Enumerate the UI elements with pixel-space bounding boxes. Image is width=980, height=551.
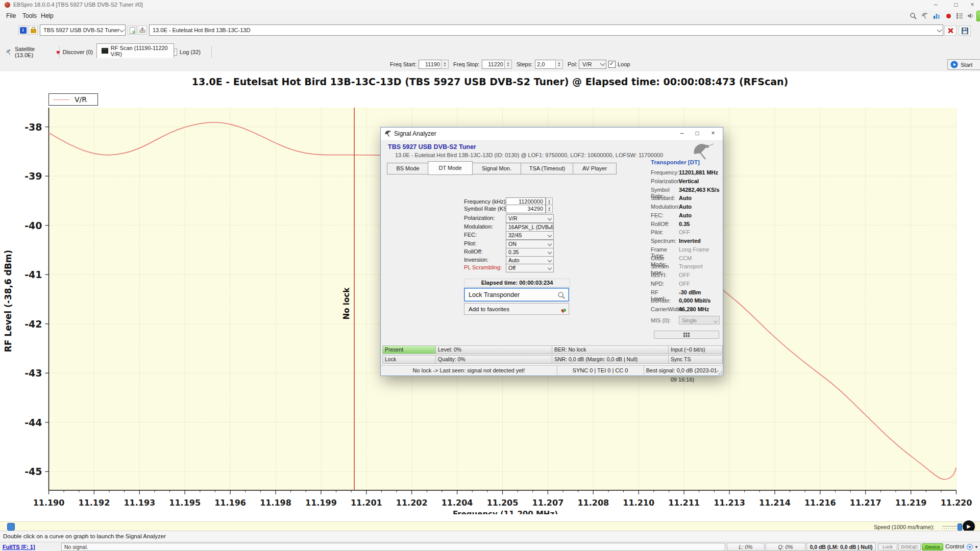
lock-button[interactable] — [29, 26, 38, 35]
freq-stop-input[interactable]: 11220 — [482, 60, 505, 69]
dialog-status-line: No lock -> Last seen: signal not detecte… — [381, 365, 722, 375]
select-input[interactable]: 0.35 — [506, 248, 554, 257]
tab-discover[interactable]: ♥ Discover (0) — [52, 46, 103, 58]
spin-input[interactable]: 34290▴▾ — [506, 205, 553, 213]
pol-select[interactable]: V/R — [579, 60, 606, 69]
field-label: PL Scrambling: — [464, 264, 502, 270]
transponder-label: FEC: — [651, 212, 664, 218]
x-tick-label: 11.195 — [169, 498, 201, 508]
x-tick-label: 11.205 — [487, 498, 519, 508]
select-value: Auto — [508, 257, 520, 263]
channel-name: 13.0E - Eutelsat Hot Bird 13B-13C-13D — [153, 27, 250, 33]
x-tick-label: 11.190 — [33, 498, 65, 508]
menu-help[interactable]: Help — [38, 11, 57, 20]
speed-slider-thumb[interactable] — [958, 523, 962, 531]
info-button[interactable]: i — [18, 26, 28, 35]
record-icon[interactable] — [943, 11, 954, 21]
speaker-icon[interactable] — [965, 11, 976, 21]
mis-label: MIS (0): — [651, 317, 671, 323]
spinner-buttons[interactable]: ▴▾ — [546, 205, 553, 213]
scan-icon — [102, 48, 108, 54]
scrollbar-thumb[interactable] — [7, 523, 15, 531]
x-tick-label: 11.211 — [668, 498, 700, 508]
x-tick-label: 11.219 — [895, 498, 927, 508]
satellite-dish-icon[interactable] — [919, 11, 930, 21]
dialog-tab-tsa[interactable]: TSA (Timeout) — [521, 163, 574, 174]
dialog-tab-signal-mon[interactable]: Signal Mon. — [472, 163, 522, 174]
select-input[interactable]: Off — [506, 264, 554, 272]
no-lock-label: No lock — [342, 287, 351, 319]
chart-icon[interactable] — [931, 11, 942, 21]
playlist-icon[interactable] — [954, 11, 965, 21]
device-button[interactable]: Device — [922, 543, 943, 550]
tab-rfscan[interactable]: RF Scan (11190-11220 V/R) — [96, 43, 174, 58]
transponder-value: Auto — [679, 195, 692, 201]
close-button[interactable]: × — [965, 0, 980, 10]
start-button[interactable]: Start — [947, 59, 980, 70]
satellite-dish-icon — [6, 49, 12, 56]
lock-transponder-button[interactable]: Lock Transponder — [464, 288, 569, 302]
close-button[interactable]: × — [705, 128, 721, 140]
best-signal: Best signal: 0,0 dB (2023-01-09 16:16) — [644, 366, 721, 375]
freq-start-spinner[interactable]: ▴▾ — [441, 60, 449, 69]
dialog-form-row: Pilot:ON — [381, 240, 595, 248]
select-input[interactable]: 16APSK_L (DVB-S2X — [506, 223, 554, 232]
lock-icon — [31, 29, 36, 33]
select-input[interactable]: 32/45 — [506, 231, 554, 240]
steps-input[interactable]: 2,0 — [535, 60, 556, 69]
dialog-form-row: Polarization:V/R — [381, 214, 595, 222]
select-value: ON — [508, 241, 517, 247]
freq-start-input[interactable]: 11190 — [419, 60, 442, 69]
y-tick-label: -39 — [24, 170, 42, 182]
diseqc-button[interactable]: DiSEqC — [898, 543, 921, 550]
status-cell: BER: No lock — [552, 345, 670, 354]
scroll-strip: Speed (1000 ms/frame): ▶ — [0, 521, 980, 531]
launch-icon[interactable] — [976, 11, 980, 22]
tab-label: Log (32) — [180, 49, 201, 55]
export-button[interactable] — [138, 26, 147, 35]
clear-button[interactable] — [944, 26, 957, 36]
chevron-down-icon — [548, 250, 552, 254]
select-input[interactable]: ON — [506, 240, 554, 248]
note-button[interactable] — [128, 26, 137, 35]
freq-stop-spinner[interactable]: ▴▾ — [504, 60, 512, 69]
dialog-tab-bs-mode[interactable]: BS Mode — [387, 163, 429, 174]
resize-grip[interactable] — [717, 369, 722, 375]
save-button[interactable] — [959, 26, 971, 36]
minimize-button[interactable]: – — [928, 0, 943, 10]
transponder-value: 0.35 — [679, 221, 690, 227]
maximize-button[interactable]: □ — [690, 128, 705, 140]
heart-icon: ♥ — [56, 49, 60, 55]
app-icon — [5, 2, 10, 8]
control-label[interactable]: Control — [945, 543, 964, 549]
mis-value: Single — [682, 317, 697, 323]
menu-tools[interactable]: Tools — [19, 11, 40, 20]
x-tick-label: 11.193 — [124, 498, 155, 508]
select-input[interactable]: V/R — [506, 214, 554, 223]
minimize-button[interactable]: – — [674, 128, 690, 140]
maximize-button[interactable]: □ — [948, 0, 964, 10]
status-bar: FullTS [F: 1] No signal. L: 0% Q: 0% 0,0… — [0, 542, 980, 551]
channel-combobox[interactable]: 13.0E - Eutelsat Hot Bird 13B-13C-13D — [149, 24, 943, 36]
fullts-link[interactable]: FullTS [F: 1] — [3, 544, 35, 550]
loop-checkbox[interactable] — [608, 61, 616, 68]
tab-satellite[interactable]: Satellite (13.0E) — [1, 46, 60, 58]
steps-spinner[interactable]: ▴▾ — [555, 60, 563, 69]
search-icon[interactable] — [908, 11, 919, 21]
dialog-tab-av-player[interactable]: AV Player — [573, 163, 617, 174]
transponder-value: Vertical — [679, 178, 699, 184]
select-value: Off — [508, 265, 516, 271]
chevron-down-icon[interactable]: ▼ — [974, 545, 978, 549]
transponder-value: Transport — [679, 263, 703, 269]
mis-select[interactable]: Single — [679, 316, 720, 324]
device-combobox[interactable]: TBS 5927 USB DVB-S2 Tuner — [40, 24, 126, 36]
dialog-form-row: Modulation:16APSK_L (DVB-S2X — [381, 223, 595, 231]
dialog-tab-dt-mode[interactable]: DT Mode — [428, 161, 473, 175]
add-to-favorites-button[interactable]: Add to favorites ♥ — [464, 303, 569, 315]
lock-indicator[interactable]: Lock — [878, 543, 897, 550]
spin-value[interactable]: 34290 — [506, 205, 546, 213]
sync-counters: SYNC 0 | TEI 0 | CC 0 — [557, 366, 644, 375]
control-icon[interactable] — [967, 544, 973, 551]
dialog-title-bar: Signal Analyzer – □ × — [381, 128, 723, 141]
menu-file[interactable]: File — [3, 11, 19, 20]
